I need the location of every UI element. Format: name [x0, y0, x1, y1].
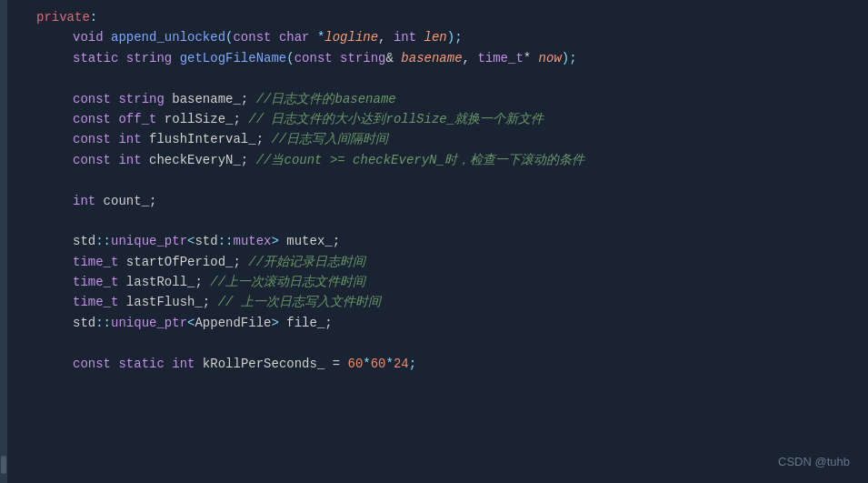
scroll-thumb[interactable] [1, 456, 6, 474]
code-line: time_t lastRoll_; //上一次滚动日志文件时间 [0, 272, 868, 292]
code-line: const string basename_; //日志文件的basename [0, 89, 868, 109]
code-line: const int flushInterval_; //日志写入间隔时间 [0, 129, 868, 149]
code-line [0, 170, 868, 190]
code-content: private:void append_unlocked(const char … [0, 7, 868, 374]
code-line [0, 211, 868, 231]
code-line: time_t lastFlush_; // 上一次日志写入文件时间 [0, 292, 868, 312]
code-line: static string getLogFileName(const strin… [0, 48, 868, 68]
code-line: time_t startOfPeriod_; //开始记录日志时间 [0, 252, 868, 272]
code-line: private: [0, 7, 868, 27]
watermark-text: CSDN @tuhb [778, 453, 850, 472]
code-line: const static int kRollPerSeconds_ = 60*6… [0, 354, 868, 374]
code-editor: private:void append_unlocked(const char … [0, 0, 868, 483]
code-line: void append_unlocked(const char *logline… [0, 27, 868, 47]
code-line: std::unique_ptr<AppendFile> file_; [0, 313, 868, 333]
scrollbar[interactable] [0, 0, 7, 483]
code-line: const int checkEveryN_; //当count >= chec… [0, 150, 868, 170]
code-line [0, 333, 868, 353]
code-line [0, 68, 868, 88]
code-line: const off_t rollSize_; // 日志文件的大小达到rollS… [0, 109, 868, 129]
code-line: std::unique_ptr<std::mutex> mutex_; [0, 231, 868, 251]
code-line: int count_; [0, 191, 868, 211]
